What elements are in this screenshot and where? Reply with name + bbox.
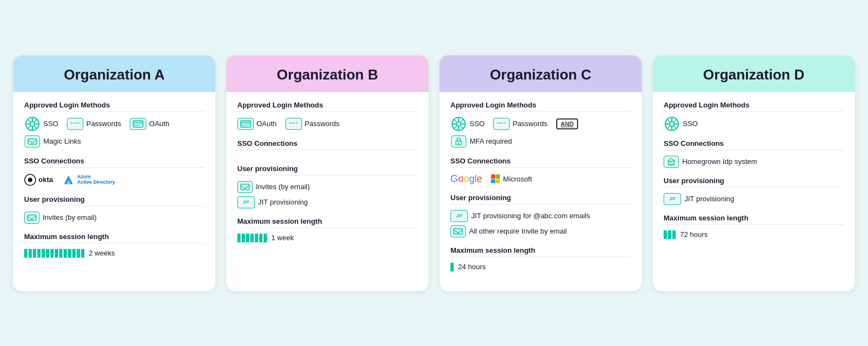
card-b-session-bar: 1 week xyxy=(237,234,418,242)
card-c-methods-list: SSO **** Passwords AND xyxy=(450,117,631,148)
sso-c-icon xyxy=(450,117,467,131)
bar-seg xyxy=(668,230,671,239)
google-label: Google xyxy=(450,173,482,185)
prov-b-invites: Invites (by email) xyxy=(237,181,418,193)
magic-links-icon xyxy=(24,135,41,148)
method-b-oauth-label: OAuth xyxy=(256,120,277,128)
jit-b-icon: JIT xyxy=(237,196,255,208)
card-d-sso: SSO Connections Homegrown Idp system xyxy=(664,139,844,168)
magic-links-icon-box xyxy=(25,135,40,148)
card-d-login-methods: Approved Login Methods xyxy=(664,101,844,131)
method-d-sso-label: SSO xyxy=(683,120,698,128)
method-c-passwords: **** Passwords xyxy=(493,117,547,131)
method-c-mfa: MFA required xyxy=(450,135,512,148)
card-b-sso: SSO Connections xyxy=(237,139,418,156)
jit-b-label: JIT provisioning xyxy=(258,198,308,206)
bar-seg xyxy=(77,249,80,258)
prov-c-jit: JIT JIT provisioning for @abc.com emails xyxy=(450,210,631,222)
and-badge: AND xyxy=(556,118,578,129)
card-b-bar-segments xyxy=(237,234,267,242)
card-org-a: Organization A Approved Login Methods xyxy=(13,55,215,291)
bar-seg xyxy=(259,234,262,242)
card-d-session-title: Maximum session length xyxy=(664,214,844,225)
azure-connection: AzureActive Directory xyxy=(62,173,115,186)
method-magic-label: Magic Links xyxy=(43,137,81,145)
card-d-title: Organization D xyxy=(666,66,842,83)
oauth-icon-box xyxy=(130,118,146,130)
svg-line-32 xyxy=(460,125,464,128)
card-c-body: Approved Login Methods xyxy=(439,92,642,291)
bar-seg xyxy=(37,249,41,258)
homegrown-connection: Homegrown Idp system xyxy=(664,156,757,168)
card-d-prov-list: JIT JIT provisioning xyxy=(664,193,844,205)
card-a-prov-title: User provisioning xyxy=(24,195,204,206)
card-a-sso-title: SSO Connections xyxy=(24,157,204,168)
card-c-sso: SSO Connections Google xyxy=(450,157,631,185)
method-c-mfa-label: MFA required xyxy=(470,137,512,145)
invite-email-icon xyxy=(24,212,39,224)
microsoft-label: Microsoft xyxy=(503,175,532,183)
card-c-provisioning: User provisioning JIT JIT provisioning f… xyxy=(450,194,631,237)
card-b-prov-list: Invites (by email) JIT JIT provisioning xyxy=(237,181,418,208)
card-b-session-title: Maximum session length xyxy=(237,217,418,228)
card-a-session-title: Maximum session length xyxy=(24,232,204,243)
card-c-header: Organization C xyxy=(439,55,642,92)
card-b-title: Organization B xyxy=(239,66,415,83)
method-magic: Magic Links xyxy=(24,135,81,148)
card-a-body: Approved Login Methods xyxy=(13,92,215,277)
card-b-provisioning: User provisioning Invites (by email) JIT xyxy=(237,165,418,208)
idp-icon xyxy=(664,156,679,168)
svg-line-33 xyxy=(460,119,464,122)
card-d-bar-segments xyxy=(664,230,676,239)
card-a-sso-list: okta AzureActive Directory xyxy=(24,173,204,186)
card-a-sso: SSO Connections okta A xyxy=(24,157,204,186)
bar-seg xyxy=(24,249,27,258)
card-d-login-title: Approved Login Methods xyxy=(664,101,844,112)
prov-c-invites: All other require Invite by email xyxy=(450,225,631,237)
bar-seg xyxy=(50,249,54,258)
bar-seg xyxy=(64,249,67,258)
card-org-c: Organization C Approved Login Methods xyxy=(439,55,642,291)
prov-b-jit: JIT JIT provisioning xyxy=(237,196,418,208)
method-passwords: **** Passwords xyxy=(67,117,121,131)
card-b-prov-title: User provisioning xyxy=(237,165,418,175)
card-d-sso-list: Homegrown Idp system xyxy=(664,156,844,168)
passwords-c-icon: **** xyxy=(493,117,510,131)
svg-line-44 xyxy=(667,119,671,122)
method-c-passwords-label: Passwords xyxy=(512,120,547,128)
card-d-body: Approved Login Methods xyxy=(653,92,855,259)
method-c-sso-label: SSO xyxy=(470,120,484,128)
card-a-prov-list: Invites (by email) xyxy=(24,212,204,224)
method-sso-label: SSO xyxy=(43,120,58,128)
card-d-session: Maximum session length 72 hours xyxy=(664,214,844,239)
card-b-body: Approved Login Methods xyxy=(226,92,429,262)
invites-b-label: Invites (by email) xyxy=(256,183,310,191)
oauth-b-icon xyxy=(237,117,254,131)
svg-line-31 xyxy=(454,119,458,122)
bar-seg xyxy=(81,249,84,258)
cards-container: Organization A Approved Login Methods xyxy=(13,55,855,291)
card-d-session-label: 72 hours xyxy=(680,230,708,239)
bar-seg xyxy=(255,234,258,242)
svg-line-8 xyxy=(34,119,37,122)
bar-seg xyxy=(672,230,676,239)
card-b-methods-list: OAuth **** Passwords xyxy=(237,117,418,131)
card-a-login-title: Approved Login Methods xyxy=(24,101,204,112)
card-d-header: Organization D xyxy=(653,55,855,92)
okta-label: okta xyxy=(38,175,53,184)
bar-seg xyxy=(55,249,58,258)
card-d-session-bar: 72 hours xyxy=(664,230,844,239)
invite-b-email-icon xyxy=(237,181,253,193)
card-a-methods-list: SSO **** Passwords xyxy=(24,117,204,148)
homegrown-label: Homegrown Idp system xyxy=(682,157,757,166)
method-oauth-label: OAuth xyxy=(149,120,169,128)
svg-line-7 xyxy=(34,125,37,128)
passwords-icon-box: **** xyxy=(67,118,83,130)
bar-seg xyxy=(28,249,32,258)
invite-c-email-icon xyxy=(450,225,466,237)
card-c-session-label: 24 hours xyxy=(458,263,486,271)
invites-c-label: All other require Invite by email xyxy=(469,227,567,235)
card-b-session: Maximum session length 1 week xyxy=(237,217,418,242)
svg-point-26 xyxy=(456,122,461,126)
bar-seg xyxy=(264,234,267,242)
